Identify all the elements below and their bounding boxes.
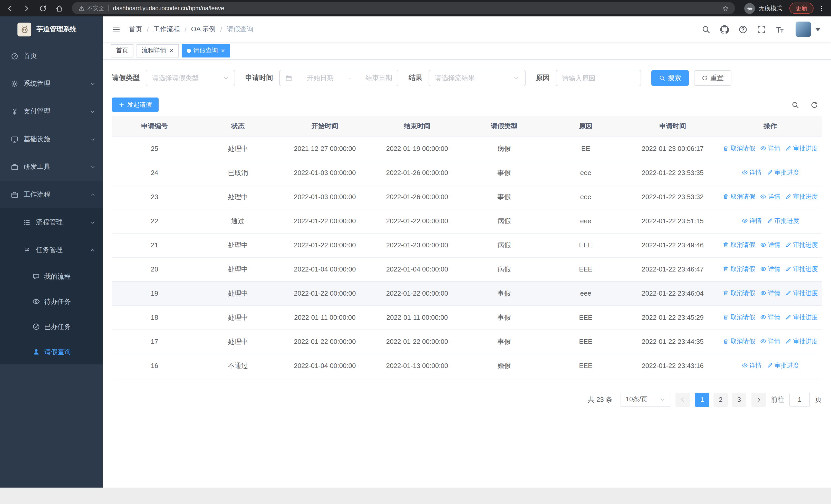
task-icon xyxy=(23,246,31,254)
table-row: 25处理中2021-12-27 00:00:002022-01-19 00:00… xyxy=(112,137,822,161)
cell-status: 不通过 xyxy=(197,354,279,378)
logo[interactable]: 芋道管理系统 xyxy=(0,17,103,42)
create-leave-button[interactable]: 发起请假 xyxy=(112,97,159,112)
cancel-leave-link[interactable]: 取消请假 xyxy=(723,144,755,153)
detail-link[interactable]: 详情 xyxy=(741,216,762,225)
cancel-leave-link[interactable]: 取消请假 xyxy=(723,265,755,273)
cell-id: 20 xyxy=(112,257,197,281)
progress-link[interactable]: 审批进度 xyxy=(785,289,818,298)
breadcrumb-item-2[interactable]: OA 示例 xyxy=(191,25,216,34)
logo-avatar xyxy=(18,22,31,36)
progress-link[interactable]: 审批进度 xyxy=(785,241,818,249)
tab-1[interactable]: 流程详情× xyxy=(137,44,178,57)
close-icon[interactable]: × xyxy=(221,47,225,54)
eye-icon xyxy=(741,363,748,369)
sidebar-item-6[interactable]: 流程管理 xyxy=(0,208,103,236)
detail-link[interactable]: 详情 xyxy=(760,192,780,201)
close-icon[interactable]: × xyxy=(169,47,173,54)
tab-0[interactable]: 首页 xyxy=(111,44,134,57)
sidebar-item-2[interactable]: 支付管理 xyxy=(0,97,103,125)
sidebar-item-0[interactable]: 首页 xyxy=(0,42,103,70)
cancel-leave-link[interactable]: 取消请假 xyxy=(723,241,755,249)
progress-link[interactable]: 审批进度 xyxy=(767,216,799,225)
cancel-leave-link-label: 取消请假 xyxy=(730,192,755,201)
browser-update-button[interactable]: 更新 xyxy=(790,3,813,14)
chevron-up-icon xyxy=(90,247,95,253)
chevron-down-icon xyxy=(223,75,229,81)
column-header: 结束时间 xyxy=(371,116,463,137)
fontsize-icon[interactable] xyxy=(775,24,785,34)
page-button-1[interactable]: 1 xyxy=(695,392,709,407)
detail-link[interactable]: 详情 xyxy=(741,168,762,177)
page-button-3[interactable]: 3 xyxy=(732,392,746,407)
goto-page-input[interactable] xyxy=(790,392,810,407)
detail-link[interactable]: 详情 xyxy=(760,241,780,249)
detail-link[interactable]: 详情 xyxy=(760,313,780,322)
progress-link[interactable]: 审批进度 xyxy=(785,192,818,201)
leave-type-select[interactable]: 请选择请假类型 xyxy=(146,70,235,86)
breadcrumb-item-0[interactable]: 首页 xyxy=(129,25,142,34)
cancel-leave-link-label: 取消请假 xyxy=(730,241,755,249)
cancel-leave-link[interactable]: 取消请假 xyxy=(723,313,755,322)
detail-link[interactable]: 详情 xyxy=(760,144,780,153)
sidebar-item-3[interactable]: 基础设施 xyxy=(0,125,103,153)
user-menu[interactable] xyxy=(796,22,823,37)
next-page-button[interactable] xyxy=(751,392,766,407)
reset-button[interactable]: 重置 xyxy=(694,70,732,86)
sidebar-item-10[interactable]: 已办任务 xyxy=(0,314,103,339)
refresh-table-icon[interactable] xyxy=(810,100,819,109)
search-icon[interactable] xyxy=(701,24,711,34)
reason-input[interactable] xyxy=(556,70,640,86)
bookmark-star-icon[interactable] xyxy=(722,5,729,11)
sidebar-item-11[interactable]: 请假查询 xyxy=(0,339,103,364)
trash-icon xyxy=(723,338,729,345)
detail-link[interactable]: 详情 xyxy=(760,265,780,273)
progress-link[interactable]: 审批进度 xyxy=(785,337,818,346)
arrow-right-icon[interactable] xyxy=(22,4,31,13)
browser-menu-icon[interactable] xyxy=(816,3,826,13)
eye-icon xyxy=(760,146,766,152)
sidebar-item-1[interactable]: 系统管理 xyxy=(0,70,103,97)
cancel-leave-link-label: 取消请假 xyxy=(730,265,755,273)
cancel-leave-link[interactable]: 取消请假 xyxy=(723,192,755,201)
progress-link[interactable]: 审批进度 xyxy=(767,168,799,177)
question-icon[interactable] xyxy=(738,24,748,34)
sidebar-item-9[interactable]: 待办任务 xyxy=(0,289,103,314)
progress-link[interactable]: 审批进度 xyxy=(767,361,799,370)
tab-2[interactable]: 请假查询× xyxy=(181,44,230,57)
fullscreen-icon[interactable] xyxy=(756,24,766,34)
sidebar-item-7[interactable]: 任务管理 xyxy=(0,236,103,264)
progress-link[interactable]: 审批进度 xyxy=(785,144,818,153)
security-indicator[interactable]: 不安全 xyxy=(78,4,104,12)
browser-toolbar: 不安全 dashboard.yudao.iocoder.cn/bpm/oa/le… xyxy=(0,0,831,17)
page-button-2[interactable]: 2 xyxy=(713,392,728,407)
search-button[interactable]: 搜索 xyxy=(651,70,689,86)
detail-link[interactable]: 详情 xyxy=(741,361,762,370)
toggle-search-icon[interactable] xyxy=(791,100,800,109)
cell-id: 23 xyxy=(112,185,197,209)
progress-link[interactable]: 审批进度 xyxy=(785,265,818,273)
sidebar-item-5[interactable]: 工作流程 xyxy=(0,181,103,208)
progress-link[interactable]: 审批进度 xyxy=(785,313,818,322)
page-size-select[interactable]: 10条/页 xyxy=(621,392,670,407)
sidebar-toggle-icon[interactable] xyxy=(111,24,121,34)
github-icon[interactable] xyxy=(720,24,729,34)
cell-end: 2022-01-22 00:00:00 xyxy=(371,209,463,233)
cancel-leave-link[interactable]: 取消请假 xyxy=(723,337,755,346)
cancel-leave-link[interactable]: 取消请假 xyxy=(723,289,755,298)
detail-link[interactable]: 详情 xyxy=(760,289,780,298)
url-bar[interactable]: 不安全 dashboard.yudao.iocoder.cn/bpm/oa/le… xyxy=(72,2,735,14)
detail-link-label: 详情 xyxy=(768,192,780,201)
refresh-icon[interactable] xyxy=(38,4,47,13)
cell-type: 事假 xyxy=(463,161,545,185)
home-icon[interactable] xyxy=(54,4,64,13)
cell-type: 病假 xyxy=(463,257,545,281)
result-select[interactable]: 请选择流结果 xyxy=(429,70,525,86)
prev-page-button[interactable] xyxy=(676,392,690,407)
arrow-left-icon[interactable] xyxy=(5,4,15,13)
breadcrumb-item-1[interactable]: 工作流程 xyxy=(153,25,180,34)
detail-link[interactable]: 详情 xyxy=(760,337,780,346)
sidebar-item-4[interactable]: 研发工具 xyxy=(0,153,103,181)
sidebar-item-8[interactable]: 我的流程 xyxy=(0,264,103,289)
apply-time-range-input[interactable]: 开始日期 - 结束日期 xyxy=(279,70,398,86)
